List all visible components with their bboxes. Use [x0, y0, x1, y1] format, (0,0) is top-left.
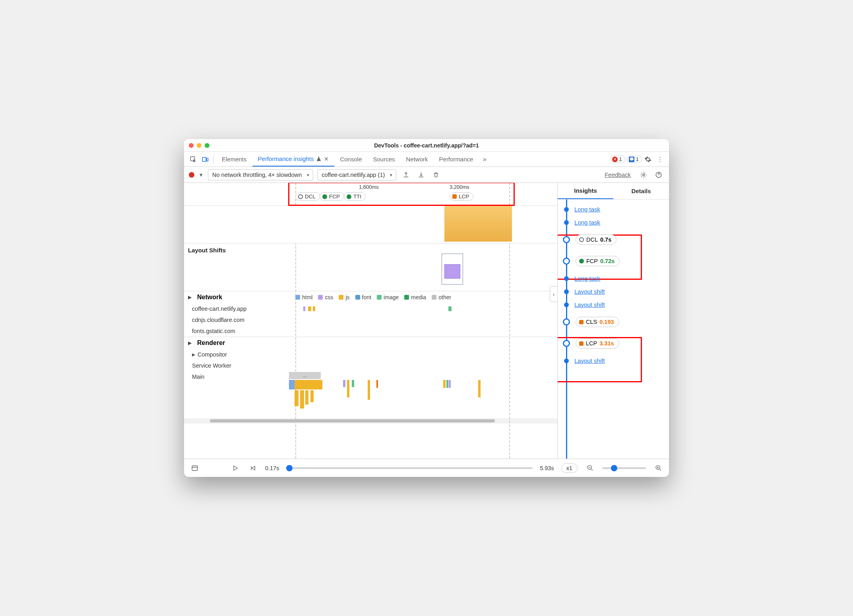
legend-item: css: [318, 294, 333, 300]
timeline-panel: 1,600ms 3,200ms DCL FCP TTI LCP Layout S…: [184, 183, 558, 459]
svg-point-3: [643, 174, 645, 176]
console-drawer-icon[interactable]: [190, 463, 200, 473]
insight-item[interactable]: Layout shift: [559, 285, 667, 298]
zoom-out-icon[interactable]: [585, 463, 595, 473]
import-icon[interactable]: [415, 169, 426, 180]
service-worker-row[interactable]: Service Worker: [184, 360, 557, 371]
flame-collapsed[interactable]: ...: [289, 372, 321, 379]
inspect-element-icon[interactable]: [187, 153, 199, 165]
record-dropdown-icon[interactable]: ▾: [198, 169, 204, 180]
error-count-badge[interactable]: ✕1: [610, 155, 625, 163]
net-chip[interactable]: [308, 306, 311, 311]
titlebar: DevTools - coffee-cart.netlify.app/?ad=1: [184, 139, 669, 152]
issue-count-badge[interactable]: 💬1: [627, 155, 642, 163]
network-origin-row[interactable]: cdnjs.cloudflare.com: [184, 314, 557, 325]
more-tabs-icon[interactable]: »: [479, 153, 490, 165]
tab-performance-insights[interactable]: Performance insights ✕: [252, 152, 335, 167]
svg-rect-5: [192, 466, 198, 471]
playback-end-time: 5.93s: [540, 465, 554, 471]
net-chip[interactable]: [313, 306, 315, 311]
insight-metric-fcp[interactable]: FCP 0.72s: [559, 250, 667, 272]
renderer-header[interactable]: ▶ Renderer: [184, 337, 557, 349]
insight-link[interactable]: Layout shift: [574, 301, 605, 308]
tab-sources[interactable]: Sources: [367, 152, 400, 167]
close-window-button[interactable]: [189, 143, 194, 148]
kebab-menu-icon[interactable]: ⋮: [654, 153, 666, 165]
layout-shifts-track[interactable]: Layout Shifts: [184, 244, 557, 291]
feedback-link[interactable]: Feedback: [605, 171, 631, 178]
sidebar-collapse-toggle[interactable]: ›: [550, 286, 558, 302]
insight-metric-cls[interactable]: CLS 0.193: [559, 311, 667, 333]
insights-tab[interactable]: Insights: [558, 183, 613, 199]
network-header[interactable]: ▶ Network html css js font image media o…: [184, 291, 557, 303]
record-button[interactable]: [189, 172, 194, 178]
insight-metric-lcp[interactable]: LCP 3.31s: [559, 333, 667, 354]
network-origin-row[interactable]: fonts.gstatic.com: [184, 325, 557, 337]
metric-pill-dcl[interactable]: DCL: [295, 192, 320, 201]
tab-console[interactable]: Console: [334, 152, 367, 167]
insight-link[interactable]: Layout shift: [574, 357, 605, 364]
skip-start-icon[interactable]: [248, 463, 258, 473]
tab-network[interactable]: Network: [401, 152, 434, 167]
zoom-in-icon[interactable]: [653, 463, 663, 473]
insight-item[interactable]: Long task: [559, 216, 667, 229]
network-origin-row[interactable]: coffee-cart.netlify.app: [184, 303, 557, 314]
insight-item[interactable]: Layout shift: [559, 298, 667, 311]
play-icon[interactable]: [230, 463, 240, 473]
metric-pill-tti[interactable]: TTI: [344, 192, 366, 201]
insight-item[interactable]: Long task: [559, 203, 667, 216]
filmstrip[interactable]: [184, 206, 557, 244]
insights-list[interactable]: Long task Long task DCL 0.7s FCP 0.72s L…: [558, 200, 669, 459]
target-dropdown[interactable]: coffee-cart.netlify.app (1): [317, 169, 396, 180]
main-thread-row[interactable]: Main: [184, 371, 557, 382]
expand-icon[interactable]: ▶: [188, 294, 192, 300]
details-tab[interactable]: Details: [613, 183, 669, 199]
settings-icon[interactable]: [642, 153, 654, 165]
legend-item: html: [295, 294, 312, 300]
timeline-scrollbar[interactable]: [184, 418, 557, 424]
insight-link[interactable]: Long task: [574, 219, 600, 226]
network-rows: coffee-cart.netlify.app cdnjs.cloudflare…: [184, 303, 557, 337]
flask-icon: [316, 156, 322, 162]
insight-item[interactable]: Layout shift: [559, 354, 667, 367]
renderer-section: ▶ Renderer ▶Compositor Service Worker Ma…: [184, 337, 557, 418]
playback-bar: 0.17s 5.93s x1: [184, 459, 669, 477]
playback-speed[interactable]: x1: [561, 463, 578, 473]
insight-metric-dcl[interactable]: DCL 0.7s: [559, 229, 667, 250]
device-toolbar-icon[interactable]: [199, 153, 211, 165]
layout-shift-thumbnail[interactable]: [442, 254, 463, 285]
expand-icon[interactable]: ▶: [192, 352, 195, 357]
delete-icon[interactable]: [430, 169, 442, 180]
timeline-ruler[interactable]: 1,600ms 3,200ms DCL FCP TTI LCP: [184, 183, 557, 206]
tab-elements[interactable]: Elements: [216, 152, 252, 167]
tab-performance[interactable]: Performance: [434, 152, 479, 167]
export-icon[interactable]: [400, 169, 411, 180]
insight-link[interactable]: Layout shift: [574, 288, 605, 295]
close-tab-icon[interactable]: ✕: [324, 156, 329, 162]
throttling-dropdown[interactable]: No network throttling, 4× slowdown: [208, 169, 313, 180]
insight-item[interactable]: Long task: [559, 272, 667, 285]
net-chip[interactable]: [448, 306, 452, 311]
metric-pill-lcp[interactable]: LCP: [450, 192, 473, 201]
origin-label: coffee-cart.netlify.app: [192, 306, 246, 312]
panel-tabs: Elements Performance insights ✕ Console …: [184, 152, 669, 167]
minimize-window-button[interactable]: [197, 143, 202, 148]
metric-pill-fcp[interactable]: FCP: [320, 192, 344, 201]
playback-slider[interactable]: [286, 467, 533, 469]
svg-rect-1: [202, 157, 206, 161]
network-section: ▶ Network html css js font image media o…: [184, 291, 557, 337]
compositor-row[interactable]: ▶Compositor: [184, 349, 557, 360]
expand-icon[interactable]: ▶: [188, 340, 192, 346]
insight-link[interactable]: Long task: [574, 206, 600, 213]
network-legend: html css js font image media other: [295, 294, 451, 300]
filmstrip-frame: [444, 206, 512, 242]
insight-link[interactable]: Long task: [574, 275, 600, 282]
net-chip[interactable]: [303, 306, 305, 311]
panel-settings-icon[interactable]: [638, 169, 649, 180]
zoom-window-button[interactable]: [205, 143, 209, 148]
flame-chart[interactable]: ...: [184, 382, 557, 418]
ruler-tick: 1,600ms: [359, 184, 379, 190]
origin-label: fonts.gstatic.com: [192, 328, 235, 334]
zoom-slider[interactable]: [602, 467, 646, 469]
help-icon[interactable]: [653, 169, 664, 180]
